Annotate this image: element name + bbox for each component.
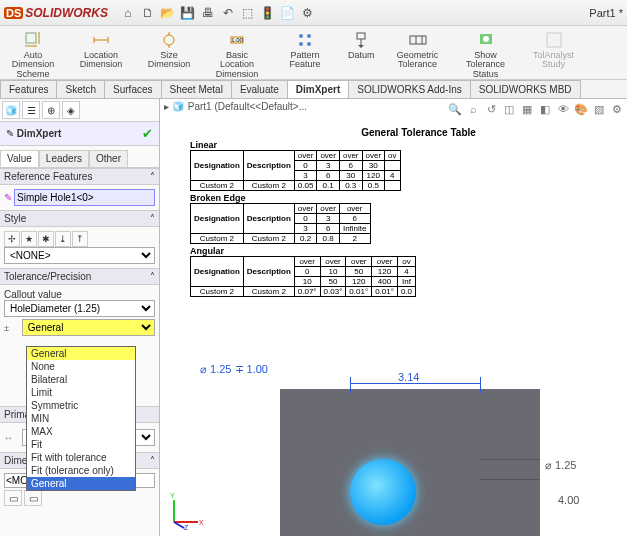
ok-button[interactable]: ✔ — [142, 126, 153, 141]
ribbon-auto-dim[interactable]: Auto Dimension Scheme — [6, 30, 60, 79]
width-dim[interactable]: 3.14 — [398, 371, 419, 383]
style-save-icon[interactable]: ⤒ — [72, 231, 88, 247]
tab-surfaces[interactable]: Surfaces — [104, 80, 161, 98]
ref-icon: ✎ — [4, 192, 12, 203]
text-box-1-icon[interactable]: ▭ — [4, 490, 22, 506]
broken-table: DesignationDescription overoverover 036 … — [190, 203, 371, 244]
svg-text:1.00: 1.00 — [231, 37, 243, 43]
fm-tab-config-icon[interactable]: ☰ — [22, 101, 40, 119]
view-triad[interactable]: Y X Z — [166, 490, 206, 530]
ds-badge: DS — [4, 7, 23, 19]
diameter-dim[interactable]: ⌀ 1.25 — [545, 459, 576, 472]
dia-line — [480, 459, 540, 460]
ribbon-basic-loc[interactable]: 1.00 Basic Location Dimension — [210, 30, 264, 79]
hole-callout-dim[interactable]: ⌀ 1.25 ∓ 1.00 — [200, 363, 268, 376]
zoom-area-icon[interactable]: ⌕ — [465, 101, 481, 117]
tolerance-table: General Tolerance Table Linear Designati… — [190, 127, 627, 297]
display-style-icon[interactable]: ◧ — [537, 101, 553, 117]
part-body[interactable] — [280, 389, 540, 536]
prev-view-icon[interactable]: ↺ — [483, 101, 499, 117]
dd-opt-max[interactable]: MAX — [27, 425, 135, 438]
style-load-icon[interactable]: ⤓ — [55, 231, 71, 247]
section-reference-features[interactable]: Reference Features˄ — [0, 168, 159, 185]
subtab-value[interactable]: Value — [0, 150, 39, 167]
svg-rect-9 — [410, 36, 426, 44]
dd-opt-symmetric[interactable]: Symmetric — [27, 399, 135, 412]
tolerance-type-dropdown[interactable]: General None Bilateral Limit Symmetric M… — [26, 346, 136, 491]
svg-point-1 — [164, 35, 174, 45]
angular-label: Angular — [190, 246, 627, 256]
fm-tab-dimxpert-icon[interactable]: ◈ — [62, 101, 80, 119]
document-title: Part1 * — [589, 7, 623, 19]
height-dim[interactable]: 4.00 — [558, 494, 579, 506]
view-orient-icon[interactable]: ▦ — [519, 101, 535, 117]
qat-rebuild-icon[interactable]: 🚦 — [260, 5, 276, 21]
subtab-other[interactable]: Other — [89, 150, 128, 167]
appearance-icon[interactable]: 🎨 — [573, 101, 589, 117]
qat-print-icon[interactable]: 🖶 — [200, 5, 216, 21]
tab-sketch[interactable]: Sketch — [56, 80, 105, 98]
svg-point-5 — [307, 34, 311, 38]
reference-feature-input[interactable] — [14, 189, 155, 206]
ribbon-datum[interactable]: Datum — [346, 30, 377, 79]
style-add-icon[interactable]: ✢ — [4, 231, 20, 247]
section-tolerance[interactable]: Tolerance/Precision˄ — [0, 268, 159, 285]
tab-addins[interactable]: SOLIDWORKS Add-Ins — [348, 80, 470, 98]
style-apply-icon[interactable]: ★ — [21, 231, 37, 247]
section-style[interactable]: Style˄ — [0, 210, 159, 227]
qat-settings-icon[interactable]: ⚙ — [300, 5, 316, 21]
dd-opt-fit-tol-only[interactable]: Fit (tolerance only) — [27, 464, 135, 477]
dd-opt-bilateral[interactable]: Bilateral — [27, 373, 135, 386]
view-settings-icon[interactable]: ⚙ — [609, 101, 625, 117]
dd-opt-general[interactable]: General — [27, 477, 135, 490]
qat-new-icon[interactable]: 🗋 — [140, 5, 156, 21]
graphics-area[interactable]: ▸ 🧊 Part1 (Default<<Default>... 🔍 ⌕ ↺ ◫ … — [160, 99, 627, 536]
tab-mbd[interactable]: SOLIDWORKS MBD — [470, 80, 581, 98]
svg-point-11 — [483, 36, 489, 42]
section-view-icon[interactable]: ◫ — [501, 101, 517, 117]
dd-opt-limit[interactable]: Limit — [27, 386, 135, 399]
style-update-icon[interactable]: ✱ — [38, 231, 54, 247]
table-title: General Tolerance Table — [190, 127, 627, 138]
tab-features[interactable]: Features — [0, 80, 57, 98]
dd-opt-min[interactable]: MIN — [27, 412, 135, 425]
svg-point-4 — [299, 34, 303, 38]
subtab-leaders[interactable]: Leaders — [39, 150, 89, 167]
ribbon-show-tol[interactable]: Show Tolerance Status — [459, 30, 513, 79]
svg-text:Y: Y — [170, 492, 175, 499]
qat-options-icon[interactable]: 📄 — [280, 5, 296, 21]
basic-loc-icon: 1.00 — [227, 30, 247, 50]
qat-undo-icon[interactable]: ↶ — [220, 5, 236, 21]
hide-show-icon[interactable]: 👁 — [555, 101, 571, 117]
hole-feature[interactable] — [350, 459, 416, 525]
qat-select-icon[interactable]: ⬚ — [240, 5, 256, 21]
tab-sheet-metal[interactable]: Sheet Metal — [161, 80, 232, 98]
tab-evaluate[interactable]: Evaluate — [231, 80, 288, 98]
tolerance-type-select[interactable]: General — [22, 319, 155, 336]
zoom-fit-icon[interactable]: 🔍 — [447, 101, 463, 117]
ribbon-loc-dim[interactable]: Location Dimension — [74, 30, 128, 79]
qat-home-icon[interactable]: ⌂ — [120, 5, 136, 21]
ribbon-pattern[interactable]: Pattern Feature — [278, 30, 332, 79]
heads-up-toolbar: 🔍 ⌕ ↺ ◫ ▦ ◧ 👁 🎨 ▧ ⚙ — [447, 101, 625, 117]
dd-opt-fit[interactable]: Fit — [27, 438, 135, 451]
ribbon-geo-tol[interactable]: Geometric Tolerance — [391, 30, 445, 79]
qat-open-icon[interactable]: 📂 — [160, 5, 176, 21]
callout-value-select[interactable]: HoleDiameter (1.25) — [4, 300, 155, 317]
ribbon-size-dim[interactable]: Size Dimension — [142, 30, 196, 79]
dd-opt-none[interactable]: None — [27, 360, 135, 373]
text-box-2-icon[interactable]: ▭ — [24, 490, 42, 506]
geo-tol-icon — [408, 30, 428, 50]
dd-opt-fit-with-tol[interactable]: Fit with tolerance — [27, 451, 135, 464]
tab-dimxpert[interactable]: DimXpert — [287, 80, 349, 98]
linear-table: DesignationDescription overoveroverovero… — [190, 150, 401, 191]
fm-tab-property-icon[interactable]: ⊕ — [42, 101, 60, 119]
style-select[interactable]: <NONE> — [4, 247, 155, 264]
dd-opt-general-current[interactable]: General — [27, 347, 135, 360]
panel-subtabs: Value Leaders Other — [0, 150, 159, 168]
fm-tab-tree-icon[interactable]: 🧊 — [2, 101, 20, 119]
angular-table: DesignationDescription overoveroverovero… — [190, 256, 416, 297]
qat-save-icon[interactable]: 💾 — [180, 5, 196, 21]
panel-title: DimXpert — [17, 128, 61, 139]
scene-icon[interactable]: ▧ — [591, 101, 607, 117]
